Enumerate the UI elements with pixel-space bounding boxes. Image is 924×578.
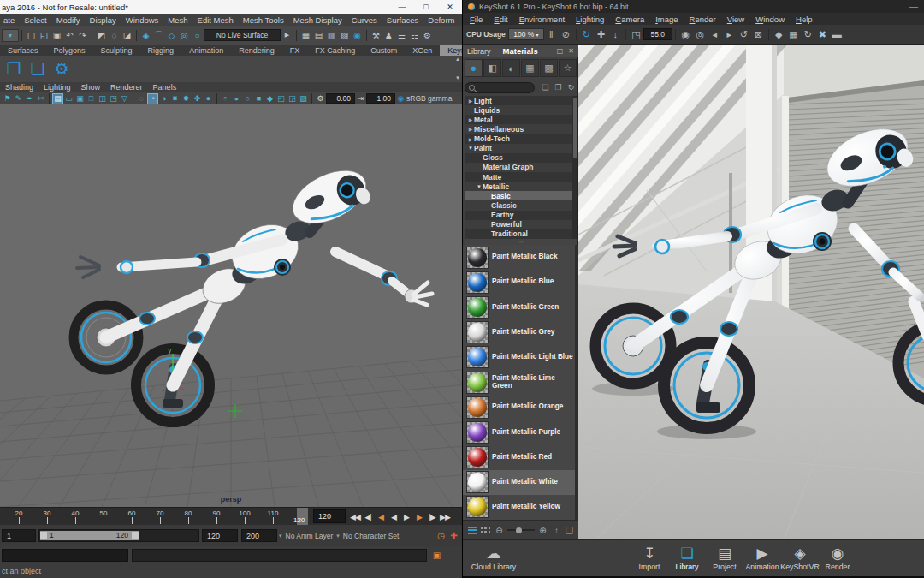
screen-space-ao-icon[interactable]: ✤ — [192, 93, 203, 104]
search-input[interactable] — [465, 82, 535, 93]
lasso-tool-icon[interactable]: ◌ — [108, 29, 121, 42]
material-item-paint-metallic-orange[interactable]: Paint Metallic Orange — [463, 395, 575, 420]
zoom-in-icon[interactable]: ⊕ — [537, 525, 548, 536]
keyshot-menu-render[interactable]: Render — [690, 15, 716, 24]
shelf-tab-rigging[interactable]: Rigging — [140, 45, 182, 56]
upload-material-icon[interactable]: ↑ — [551, 525, 562, 536]
shelf-tab-fx[interactable]: FX — [282, 45, 308, 56]
shelf-tab-fx-caching[interactable]: FX Caching — [307, 45, 363, 56]
snap-curve-icon[interactable]: ⌒ — [152, 29, 165, 42]
lock-camera-icon[interactable]: ✎ — [13, 93, 24, 104]
step-back-frame-button[interactable]: ◀ — [375, 510, 387, 524]
image-plane-icon[interactable]: ▤ — [52, 93, 63, 104]
snap-grid-icon[interactable]: ◈ — [139, 29, 152, 42]
attribute-editor-icon[interactable]: ☷ — [408, 29, 421, 42]
material-item-paint-metallic-grey[interactable]: Paint Metallic Grey — [463, 320, 575, 345]
tree-expanded-icon[interactable]: ▼ — [467, 146, 474, 151]
gamma-icon[interactable]: ⇥ — [355, 93, 366, 104]
depth-of-field-icon[interactable]: ◒ — [231, 93, 242, 104]
shadows-icon[interactable]: ✹ — [181, 93, 192, 104]
grease-pencil-icon[interactable]: ▧ — [298, 93, 309, 104]
maya-menu-ate[interactable]: ate — [3, 15, 15, 25]
shelf-tab-keyshot[interactable]: KeyShot — [440, 45, 462, 56]
time-slider[interactable]: 120 2030405060708090100110 120 ◀◀◀|◀◀▶▶|… — [0, 507, 462, 525]
ribbon-import[interactable]: ↧Import — [631, 540, 668, 576]
ribbon-render[interactable]: ◉Render — [819, 540, 856, 576]
command-result[interactable] — [132, 549, 427, 562]
two-panes-icon[interactable]: ◫ — [97, 93, 108, 104]
2d-pan-zoom-icon[interactable]: ▭ — [63, 93, 74, 104]
current-frame-field[interactable]: 120 — [313, 509, 346, 523]
panel-menu-panels[interactable]: Panels — [153, 83, 177, 92]
snap-surface-icon[interactable]: ○ — [191, 29, 204, 42]
tree-collapsed-icon[interactable]: ▶ — [467, 116, 474, 122]
use-all-lights-icon[interactable]: ✸ — [169, 93, 181, 104]
material-item-paint-metallic-black[interactable]: Paint Metallic Black — [463, 245, 575, 270]
material-item-paint-metallic-blue[interactable]: Paint Metallic Blue — [463, 270, 575, 295]
previous-camera-icon[interactable]: ◂ — [708, 27, 722, 42]
script-editor-icon[interactable]: ▣ — [430, 549, 443, 562]
step-forward-key-button[interactable]: |▶ — [426, 510, 438, 524]
material-item-paint-metallic-light-blue[interactable]: Paint Metallic Light Blue — [463, 345, 575, 370]
select-camera-icon[interactable]: ⚑ — [2, 93, 13, 104]
maya-menu-surfaces[interactable]: Surfaces — [387, 15, 419, 25]
minimize-button[interactable]: — — [903, 2, 924, 11]
lock-camera-icon[interactable]: ⊠ — [751, 27, 766, 42]
add-folder-icon[interactable]: ❏ — [540, 82, 551, 93]
import-folder-icon[interactable]: ❐ — [553, 82, 564, 93]
geometry-editor-icon[interactable]: ✖ — [815, 27, 830, 42]
input-ops-icon[interactable]: ▦ — [299, 29, 312, 42]
zoom-out-icon[interactable]: ⊖ — [494, 525, 505, 536]
character-controls-icon[interactable]: ♟ — [382, 29, 395, 42]
exposure-icon[interactable]: ⚙ — [315, 93, 326, 104]
ribbon-cloud-library[interactable]: ☁ Cloud Library — [475, 540, 512, 576]
material-item-paint-metallic-lime-green[interactable]: Paint Metallic Lime Green — [463, 370, 575, 395]
material-item-paint-metallic-yellow[interactable]: Paint Metallic Yellow — [463, 495, 575, 520]
character-set-select[interactable]: No Character Set — [343, 532, 400, 540]
motion-blur-icon[interactable]: ● — [203, 93, 214, 104]
anim-preferences-icon[interactable]: ◷ — [435, 529, 447, 542]
corner-pane-icon[interactable]: ◳ — [108, 93, 119, 104]
live-surface-field[interactable]: No Live Surface — [204, 29, 281, 41]
tree-item-metal[interactable]: ▶Metal — [465, 115, 572, 124]
next-camera-icon[interactable]: ▸ — [722, 27, 737, 42]
panel-menu-lighting[interactable]: Lighting — [44, 83, 71, 92]
thumbnail-size-slider[interactable] — [507, 529, 535, 531]
maya-viewport[interactable]: y — [0, 104, 462, 507]
open-folder-icon[interactable]: ❏ — [564, 525, 575, 536]
realtime-render-icon[interactable]: ↻ — [579, 27, 594, 42]
shelf-tab-rendering[interactable]: Rendering — [231, 45, 282, 56]
keyshot-settings-icon[interactable]: ⚙ — [51, 59, 72, 80]
single-pane-icon[interactable]: ▽ — [119, 93, 130, 104]
keyshot-menu-image[interactable]: Image — [655, 15, 678, 24]
tree-item-mold-tech[interactable]: ▶Mold-Tech — [465, 134, 572, 144]
maya-menu-mesh[interactable]: Mesh — [168, 15, 187, 25]
keyshot-menu-environment[interactable]: Environment — [519, 15, 565, 24]
tree-item-classic[interactable]: Classic — [465, 200, 572, 210]
paint-select-icon[interactable]: ◪ — [121, 29, 133, 42]
shelf-tab-custom[interactable]: Custom — [363, 45, 405, 56]
tool-settings-icon[interactable]: ⚙ — [421, 29, 434, 42]
material-item-paint-metallic-red[interactable]: Paint Metallic Red — [463, 445, 575, 470]
maya-menu-select[interactable]: Select — [24, 15, 46, 25]
auto-keyframe-icon[interactable]: ✚ — [447, 529, 460, 542]
shelf-scroll-down-icon[interactable]: ▼ — [455, 75, 460, 80]
tree-item-metallic[interactable]: ▼Metallic — [465, 182, 572, 191]
range-handle-left[interactable] — [40, 532, 47, 539]
maya-menu-edit-mesh[interactable]: Edit Mesh — [198, 15, 234, 25]
tree-scrollbar[interactable] — [572, 96, 578, 239]
keyshot-menu-file[interactable]: File — [470, 15, 483, 24]
maximize-button[interactable]: □ — [414, 0, 438, 14]
open-scene-icon[interactable]: ◱ — [38, 29, 50, 42]
multisample-icon[interactable]: ◓ — [220, 93, 231, 104]
wireframe-icon[interactable]: ◌ — [136, 93, 147, 104]
material-templates-icon[interactable]: ◆ — [772, 27, 786, 42]
tree-collapsed-icon[interactable]: ▶ — [467, 98, 474, 104]
tree-expanded-icon[interactable]: ▼ — [476, 184, 483, 189]
tree-collapsed-icon[interactable]: ▶ — [467, 136, 474, 142]
camera-attributes-icon[interactable]: ✒ — [24, 93, 35, 104]
performance-mode-icon[interactable]: ⊘ — [559, 27, 573, 42]
list-view-button[interactable] — [466, 525, 477, 536]
modeling-toolkit-icon[interactable]: ⚒ — [370, 29, 382, 42]
tab-materials[interactable]: ● — [465, 59, 483, 77]
